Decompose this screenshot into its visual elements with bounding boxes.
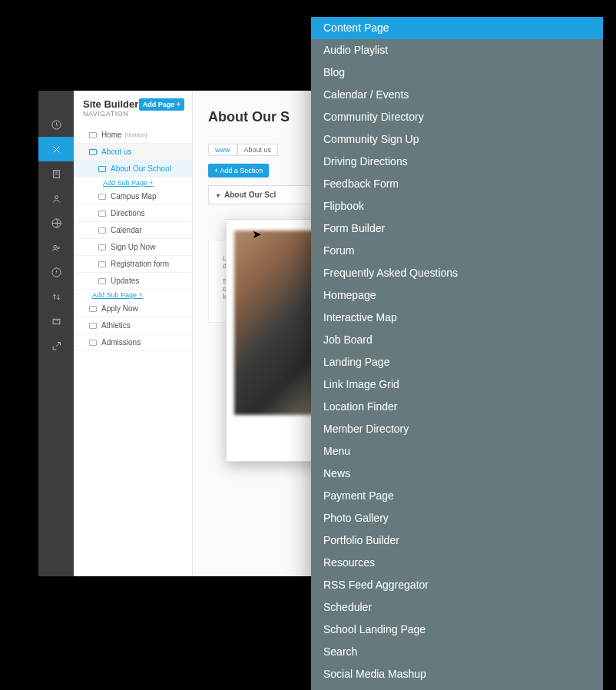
folder-icon — [89, 149, 97, 155]
dropdown-option-member-directory[interactable]: Member Directory — [311, 418, 603, 440]
svg-rect-7 — [53, 319, 60, 323]
nav-item-updates[interactable]: Updates — [74, 273, 192, 290]
folder-icon — [98, 261, 106, 267]
svg-point-5 — [57, 247, 59, 249]
rail-updown-icon[interactable] — [38, 284, 74, 309]
cursor-icon: ➤ — [252, 227, 262, 241]
folder-icon — [98, 166, 106, 172]
folder-icon — [98, 278, 106, 284]
folder-icon — [98, 211, 106, 217]
nav-item-athletics[interactable]: Athletics — [74, 317, 192, 334]
rail-dashboard-icon[interactable] — [38, 112, 74, 137]
crumb-current[interactable]: About us — [237, 144, 279, 156]
dropdown-option-payment-page[interactable]: Payment Page — [311, 485, 603, 507]
add-section-button[interactable]: + Add a Section — [208, 164, 269, 177]
icon-rail — [38, 91, 74, 576]
dropdown-option-social-media-mashup[interactable]: Social Media Mashup — [311, 663, 603, 685]
nav-item-home[interactable]: Home[hidden] — [74, 127, 192, 144]
nav-item-admissions[interactable]: Admissions — [74, 334, 192, 351]
rail-tools-icon[interactable] — [38, 137, 74, 161]
dropdown-option-search[interactable]: Search — [311, 641, 603, 663]
folder-icon — [98, 194, 106, 200]
dropdown-option-content-page[interactable]: Content Page — [311, 17, 603, 39]
crumb-root[interactable]: www — [208, 144, 237, 156]
dropdown-option-job-board[interactable]: Job Board — [311, 329, 603, 351]
dropdown-option-homepage[interactable]: Homepage — [311, 284, 603, 307]
rail-alert-icon[interactable] — [38, 260, 74, 284]
folder-icon — [89, 323, 97, 329]
dropdown-option-form-builder[interactable]: Form Builder — [311, 217, 603, 240]
nav-tree: Home[hidden]About usAbout Our SchoolAdd … — [74, 127, 192, 351]
nav-item-apply-now[interactable]: Apply Now — [74, 300, 192, 317]
dropdown-option-audio-playlist[interactable]: Audio Playlist — [311, 39, 603, 61]
folder-icon — [89, 132, 97, 138]
nav-item-sign-up-now[interactable]: Sign Up Now — [74, 239, 192, 256]
nav-item-registration-form[interactable]: Registration form — [74, 256, 192, 273]
folder-icon — [89, 340, 97, 346]
rail-globe-icon[interactable] — [38, 211, 74, 235]
folder-icon — [98, 244, 106, 250]
svg-point-2 — [55, 195, 58, 198]
page-type-dropdown[interactable]: Content PageAudio PlaylistBlogCalendar /… — [311, 17, 603, 690]
dropdown-option-driving-directions[interactable]: Driving Directions — [311, 151, 603, 173]
dropdown-option-frequently-asked-questions[interactable]: Frequently Asked Questions — [311, 262, 603, 284]
sidebar-subtitle: NAVIGATION — [83, 110, 138, 118]
nav-item-campus-map[interactable]: Campus Map — [74, 188, 192, 205]
sidebar-panel: Site Builder NAVIGATION Add Page + Home[… — [74, 91, 193, 576]
dropdown-option-flipbook[interactable]: Flipbook — [311, 195, 603, 217]
nav-item-about-our-school[interactable]: About Our School — [74, 161, 192, 177]
dropdown-option-testimonials[interactable]: Testimonials — [311, 685, 603, 690]
add-sub-page-link[interactable]: Add Sub Page + — [74, 290, 192, 300]
sidebar-title: Site Builder — [83, 98, 138, 110]
rail-pages-icon[interactable] — [38, 161, 74, 186]
dropdown-option-photo-gallery[interactable]: Photo Gallery — [311, 507, 603, 529]
dropdown-option-location-finder[interactable]: Location Finder — [311, 396, 603, 418]
dropdown-option-interactive-map[interactable]: Interactive Map — [311, 307, 603, 329]
folder-icon — [98, 227, 106, 234]
dropdown-option-rss-feed-aggregator[interactable]: RSS Feed Aggregator — [311, 574, 603, 596]
dropdown-option-blog[interactable]: Blog — [311, 61, 603, 84]
dropdown-option-news[interactable]: News — [311, 463, 603, 485]
nav-item-about-us[interactable]: About us — [74, 144, 192, 161]
dropdown-option-link-image-grid[interactable]: Link Image Grid — [311, 373, 603, 396]
dropdown-option-feedback-form[interactable]: Feedback Form — [311, 173, 603, 195]
dropdown-option-community-directory[interactable]: Community Directory — [311, 106, 603, 128]
rail-media-icon[interactable] — [38, 309, 74, 333]
dropdown-option-calendar-events[interactable]: Calendar / Events — [311, 84, 603, 106]
rail-user-icon[interactable] — [38, 186, 74, 211]
dropdown-option-portfolio-builder[interactable]: Portfolio Builder — [311, 529, 603, 552]
dropdown-option-school-landing-page[interactable]: School Landing Page — [311, 619, 603, 641]
nav-item-calendar[interactable]: Calendar — [74, 222, 192, 239]
dropdown-option-menu[interactable]: Menu — [311, 440, 603, 463]
rail-group-icon[interactable] — [38, 235, 74, 260]
svg-point-4 — [53, 245, 56, 248]
nav-item-directions[interactable]: Directions — [74, 205, 192, 222]
dropdown-option-community-sign-up[interactable]: Community Sign Up — [311, 128, 603, 151]
dropdown-option-scheduler[interactable]: Scheduler — [311, 596, 603, 619]
dropdown-option-forum[interactable]: Forum — [311, 240, 603, 262]
add-sub-page-link[interactable]: Add Sub Page + — [74, 177, 192, 188]
dropdown-option-landing-page[interactable]: Landing Page — [311, 351, 603, 373]
folder-icon — [89, 306, 97, 312]
rail-export-icon[interactable] — [38, 333, 74, 358]
add-page-button[interactable]: Add Page + — [139, 98, 184, 111]
dropdown-option-resources[interactable]: Resources — [311, 552, 603, 574]
